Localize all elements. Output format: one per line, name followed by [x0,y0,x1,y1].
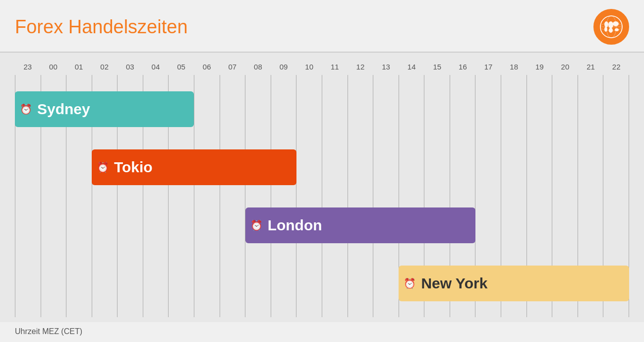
time-label: 18 [501,63,527,71]
chart-area: 2300010203040506070809101112131415161718… [0,53,644,322]
time-label: 15 [424,63,450,71]
bar-row: ⏰Sydney [15,91,629,127]
time-label: 19 [527,63,553,71]
time-label: 05 [169,63,194,71]
time-label: 04 [143,63,169,71]
svg-point-1 [608,21,613,28]
time-label: 17 [475,63,501,71]
bar-row: ⏰London [15,207,629,243]
clock-icon: ⏰ [404,277,416,289]
time-label: 02 [92,63,117,71]
clock-icon: ⏰ [20,103,32,115]
time-label: 23 [15,63,41,71]
time-label: 21 [578,63,604,71]
bar-tokio: ⏰Tokio [92,149,296,185]
footer: Uhrzeit MEZ (CET) [0,322,644,342]
footer-label: Uhrzeit MEZ (CET) [15,327,82,336]
time-label: 00 [41,63,66,71]
time-label: 06 [194,63,220,71]
time-label: 12 [348,63,373,71]
time-label: 01 [66,63,92,71]
header: Forex Handelszeiten [0,0,644,53]
time-labels: 2300010203040506070809101112131415161718… [15,63,629,71]
time-label: 16 [450,63,476,71]
svg-point-2 [609,28,613,33]
time-label: 11 [322,63,348,71]
bar-label: Tokio [114,159,153,176]
bar-label: New York [421,275,487,292]
bar-row: ⏰New York [15,266,629,301]
clock-icon: ⏰ [97,161,109,173]
time-label: 22 [603,63,629,71]
time-label: 09 [271,63,296,71]
time-label: 07 [220,63,245,71]
clock-icon: ⏰ [250,219,263,231]
time-label: 08 [245,63,271,71]
time-axis: 2300010203040506070809101112131415161718… [15,63,629,71]
time-label: 03 [117,63,143,71]
page-wrapper: Forex Handelszeiten [0,0,644,342]
time-label: 14 [399,63,424,71]
page-title: Forex Handelszeiten [15,16,188,38]
time-label: 10 [296,63,322,71]
bar-sydney: ⏰Sydney [15,91,194,127]
globe-icon [593,9,629,45]
time-label: 20 [552,63,578,71]
time-label: 13 [373,63,399,71]
bar-london: ⏰London [245,207,476,243]
bar-row: ⏰Tokio [15,149,629,185]
bar-new-york: ⏰New York [399,266,629,301]
grid-container: ⏰Sydney⏰Tokio⏰London⏰New York [15,75,629,317]
bar-label: Sydney [37,101,90,118]
bar-label: London [268,217,322,234]
